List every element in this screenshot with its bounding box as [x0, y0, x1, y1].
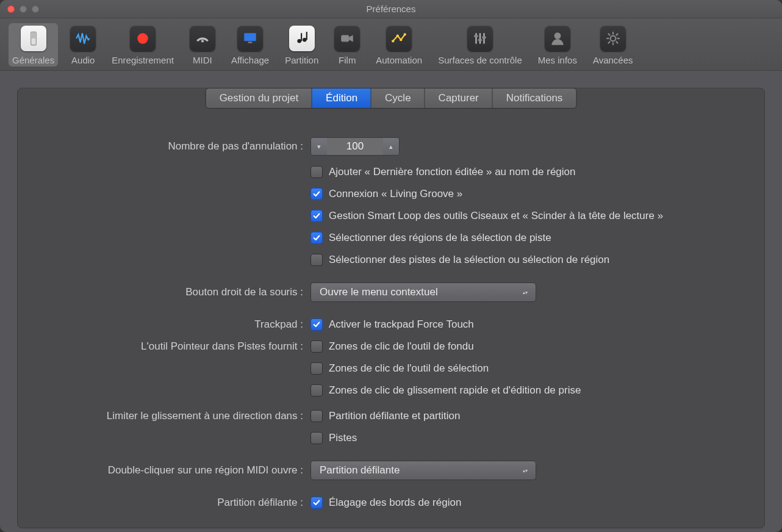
titlebar: Préférences [0, 0, 782, 18]
tracks-label: Pistes [329, 432, 357, 444]
smart-loop-label: Gestion Smart Loop des outils Ciseaux et… [329, 210, 663, 222]
tab--dition[interactable]: Édition [312, 88, 371, 108]
toolbar-item-label: Mes infos [538, 55, 577, 65]
content-area: Gestion du projetÉditionCycleCapturerNot… [0, 71, 782, 528]
svg-point-14 [404, 33, 406, 35]
toolbar-item-midi[interactable]: MIDI [186, 23, 219, 66]
switch-icon [21, 26, 46, 51]
settings-panel: Nombre de pas d'annulation : ▾ 100 ▴ [17, 88, 765, 528]
toolbar-item-film[interactable]: Film [331, 23, 364, 66]
svg-rect-10 [342, 35, 350, 42]
svg-rect-19 [478, 39, 482, 41]
svg-point-8 [303, 38, 307, 41]
toolbar-item-label: Générales [12, 55, 54, 65]
svg-rect-7 [301, 33, 302, 41]
spinner-increment[interactable]: ▴ [383, 138, 399, 155]
toolbar-item-partition[interactable]: Partition [281, 23, 322, 66]
tab-gestion-du-projet[interactable]: Gestion du projet [206, 88, 312, 108]
toolbar-item-automation[interactable]: Automation [372, 23, 426, 66]
select-zones-label: Zones de clic de l'outil de sélection [329, 362, 489, 375]
right-click-value: Ouvre le menu contextuel [320, 286, 438, 298]
record-icon [130, 26, 156, 51]
toolbar-item-surfaces[interactable]: Surfaces de contrôle [434, 23, 526, 66]
limit-drag-label: Limiter le glissement à une direction da… [42, 410, 310, 422]
toolbar-item-label: Affichage [231, 55, 269, 65]
undo-steps-label: Nombre de pas d'annulation : [42, 140, 310, 153]
toolbar-item-label: Audio [71, 55, 95, 65]
toolbar-item-label: Film [339, 55, 356, 65]
select-zones-checkbox[interactable] [310, 362, 323, 375]
add-last-edited-checkbox[interactable] [310, 166, 323, 178]
svg-rect-15 [475, 33, 476, 43]
tab-cycle[interactable]: Cycle [371, 88, 425, 108]
force-touch-checkbox[interactable] [310, 318, 323, 331]
select-regions-label: Sélectionner des régions de la sélection… [329, 232, 551, 244]
person-icon [545, 26, 570, 51]
toolbar-item-affichage[interactable]: Affichage [228, 23, 273, 66]
sliders-icon [467, 26, 493, 51]
svg-line-28 [616, 41, 618, 43]
tab-notifications[interactable]: Notifications [493, 88, 576, 108]
toolbar: GénéralesAudioEnregistrementMIDIAffichag… [0, 18, 782, 71]
svg-rect-16 [479, 33, 481, 43]
undo-steps-spinner[interactable]: ▾ 100 ▴ [310, 137, 400, 156]
toolbar-item-label: Automation [376, 55, 422, 65]
quick-swipe-zones-checkbox[interactable] [310, 384, 323, 397]
right-click-label: Bouton droit de la souris : [42, 286, 310, 298]
toolbar-item-label: MIDI [193, 55, 212, 65]
tracks-checkbox[interactable] [310, 432, 323, 444]
double-click-value: Partition défilante [320, 464, 400, 476]
select-arrows-icon: ▴▾ [521, 286, 529, 298]
waveform-icon [70, 26, 96, 51]
toolbar-item-avancees[interactable]: Avancées [589, 23, 637, 66]
camera-icon [334, 26, 360, 51]
svg-line-27 [608, 34, 610, 35]
svg-point-3 [201, 40, 204, 42]
toolbar-item-audio[interactable]: Audio [66, 23, 99, 66]
living-groove-label: Connexion « Living Groove » [329, 188, 462, 200]
toolbar-item-label: Avancées [593, 55, 633, 65]
svg-rect-1 [31, 32, 35, 38]
select-arrows-icon: ▴▾ [521, 464, 529, 476]
piano-roll-score-checkbox[interactable] [310, 410, 323, 422]
trim-edges-checkbox[interactable] [310, 497, 323, 509]
score-icon [289, 26, 315, 51]
monitor-icon [237, 26, 263, 51]
svg-rect-18 [474, 35, 478, 37]
trackpad-label: Trackpad : [42, 318, 310, 331]
toolbar-item-label: Partition [285, 55, 318, 65]
tab-capturer[interactable]: Capturer [425, 88, 493, 108]
svg-point-21 [554, 32, 561, 39]
svg-line-30 [616, 34, 618, 35]
select-tracks-label: Sélectionner des pistes de la sélection … [329, 254, 609, 266]
svg-point-6 [297, 39, 301, 43]
dial-icon [190, 26, 215, 51]
sub-tabs: Gestion du projetÉditionCycleCapturerNot… [206, 88, 577, 109]
automation-icon [386, 26, 412, 51]
svg-point-22 [610, 36, 615, 41]
svg-point-13 [400, 38, 402, 41]
svg-point-11 [392, 40, 394, 42]
settings-form: Nombre de pas d'annulation : ▾ 100 ▴ [18, 125, 764, 528]
select-tracks-checkbox[interactable] [310, 254, 323, 266]
svg-rect-9 [306, 32, 307, 40]
toolbar-item-enregistrement[interactable]: Enregistrement [108, 23, 178, 66]
living-groove-checkbox[interactable] [310, 188, 323, 200]
undo-steps-value: 100 [327, 140, 383, 153]
fade-zones-checkbox[interactable] [310, 340, 323, 353]
svg-point-2 [137, 33, 148, 43]
right-click-select[interactable]: Ouvre le menu contextuel ▴▾ [310, 282, 536, 302]
toolbar-item-generales[interactable]: Générales [9, 23, 58, 66]
piano-roll-label: Partition défilante : [42, 497, 310, 509]
double-click-select[interactable]: Partition défilante ▴▾ [310, 461, 536, 480]
quick-swipe-zones-label: Zones de clic de glissement rapide et d'… [329, 384, 581, 397]
piano-roll-score-label: Partition défilante et partition [329, 410, 460, 422]
toolbar-item-mesinfos[interactable]: Mes infos [534, 23, 581, 66]
double-click-label: Double-cliquer sur une région MIDI ouvre… [42, 464, 310, 476]
force-touch-label: Activer le trackpad Force Touch [329, 318, 474, 331]
spinner-decrement[interactable]: ▾ [311, 138, 327, 155]
smart-loop-checkbox[interactable] [310, 210, 323, 222]
svg-point-12 [396, 35, 399, 37]
select-regions-checkbox[interactable] [310, 232, 323, 244]
preferences-window: Préférences GénéralesAudioEnregistrement… [0, 0, 782, 532]
